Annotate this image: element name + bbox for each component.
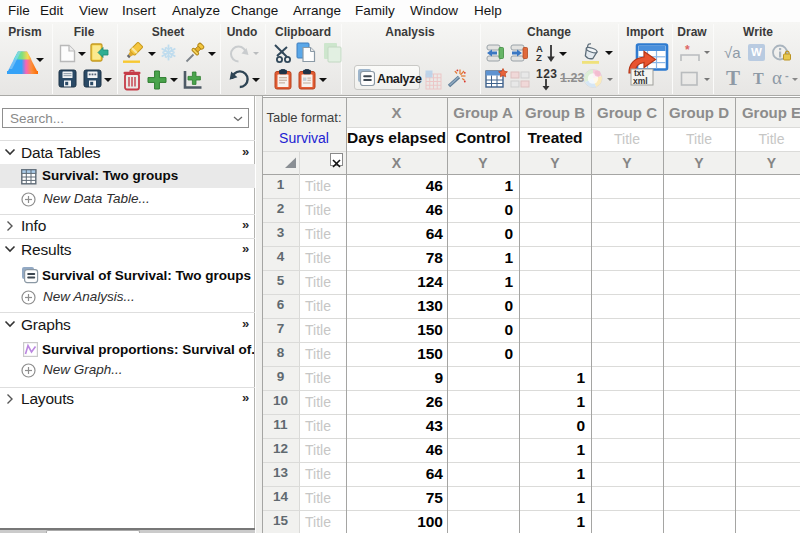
svg-text:xml: xml [633, 76, 648, 86]
svg-text:*: * [685, 45, 690, 57]
